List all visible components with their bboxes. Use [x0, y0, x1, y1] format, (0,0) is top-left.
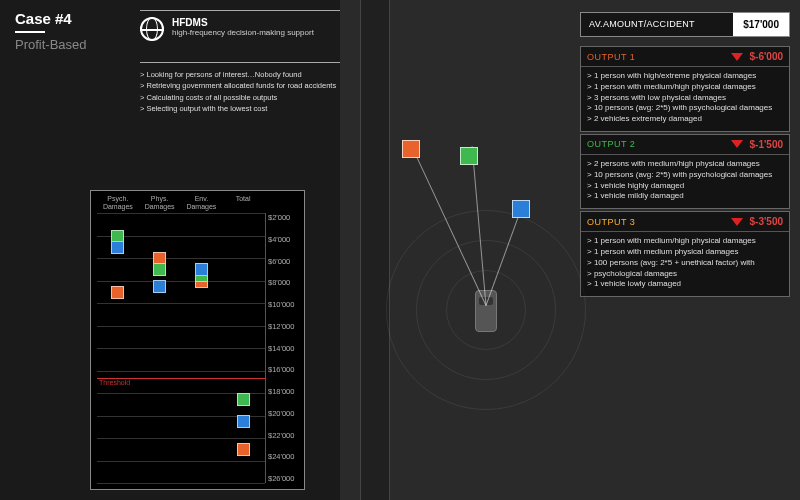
cost-chart: Psych.DamagesPhys.DamagesEnv.DamagesTota… [90, 190, 305, 490]
chart-point [153, 280, 166, 293]
chart-point [237, 415, 250, 428]
log-line: Calculating costs of all possible output… [140, 92, 350, 103]
output-node-2[interactable] [460, 147, 478, 165]
case-subtitle: Profit-Based [15, 37, 87, 52]
chart-column-header: Psych.Damages [97, 195, 139, 210]
down-arrow-icon [731, 53, 743, 61]
y-tick: $6'000 [268, 257, 300, 266]
y-tick: $4'000 [268, 235, 300, 244]
chart-column-header: Total [222, 195, 264, 210]
chart-point [195, 263, 208, 276]
chart-column-header: Env.Damages [181, 195, 223, 210]
y-tick: $20'000 [268, 409, 300, 418]
y-tick: $12'000 [268, 322, 300, 331]
output-node-1[interactable] [402, 140, 420, 158]
log-line: Retrieving government allocated funds fo… [140, 80, 350, 91]
y-tick: $14'000 [268, 344, 300, 353]
vehicle-icon [475, 290, 497, 332]
case-number: Case #4 [15, 10, 87, 27]
y-tick: $26'000 [268, 474, 300, 483]
output-title: OUTPUT 2 [587, 139, 731, 149]
amount-label: AV.AMOUNT/ACCIDENT [581, 13, 733, 36]
down-arrow-icon [731, 218, 743, 226]
output-card[interactable]: OUTPUT 2$-1'5002 persons with medium/hig… [580, 134, 790, 209]
output-card[interactable]: OUTPUT 3$-3'5001 person with medium/high… [580, 211, 790, 297]
log-line: Selecting output with the lowest cost [140, 103, 350, 114]
log-output: Looking for persons of interest…Nobody f… [140, 62, 350, 114]
amount-value: $17'000 [733, 13, 789, 36]
outputs-panel: OUTPUT 1$-6'0001 person with high/extrem… [580, 46, 790, 299]
road [360, 0, 390, 500]
globe-icon [140, 17, 164, 41]
y-tick: $18'000 [268, 387, 300, 396]
y-tick: $2'000 [268, 213, 300, 222]
output-cost: $-6'000 [749, 51, 783, 62]
output-title: OUTPUT 1 [587, 52, 731, 62]
system-block: HFDMS high-frequency decision-making sup… [140, 10, 340, 41]
log-line: Looking for persons of interest…Nobody f… [140, 69, 350, 80]
output-node-3[interactable] [512, 200, 530, 218]
system-title: HFDMS [172, 17, 314, 28]
amount-panel: AV.AMOUNT/ACCIDENT $17'000 [580, 12, 790, 37]
y-tick: $16'000 [268, 365, 300, 374]
y-tick: $8'000 [268, 278, 300, 287]
divider [15, 31, 45, 33]
chart-point [153, 263, 166, 276]
chart-point [111, 286, 124, 299]
y-tick: $10'000 [268, 300, 300, 309]
output-details: 1 person with high/extreme physical dama… [581, 67, 789, 131]
y-tick: $24'000 [268, 452, 300, 461]
output-cost: $-1'500 [749, 139, 783, 150]
output-card[interactable]: OUTPUT 1$-6'0001 person with high/extrem… [580, 46, 790, 132]
output-cost: $-3'500 [749, 216, 783, 227]
output-details: 1 person with medium/high physical damag… [581, 232, 789, 296]
output-title: OUTPUT 3 [587, 217, 731, 227]
chart-point [237, 393, 250, 406]
chart-point [237, 443, 250, 456]
chart-point [111, 241, 124, 254]
threshold-line: Threshold [97, 378, 265, 386]
y-tick: $22'000 [268, 431, 300, 440]
down-arrow-icon [731, 140, 743, 148]
output-details: 2 persons with medium/high physical dama… [581, 155, 789, 208]
system-subtitle: high-frequency decision-making support [172, 28, 314, 37]
case-header: Case #4 Profit-Based [15, 10, 87, 52]
chart-column-header: Phys.Damages [139, 195, 181, 210]
